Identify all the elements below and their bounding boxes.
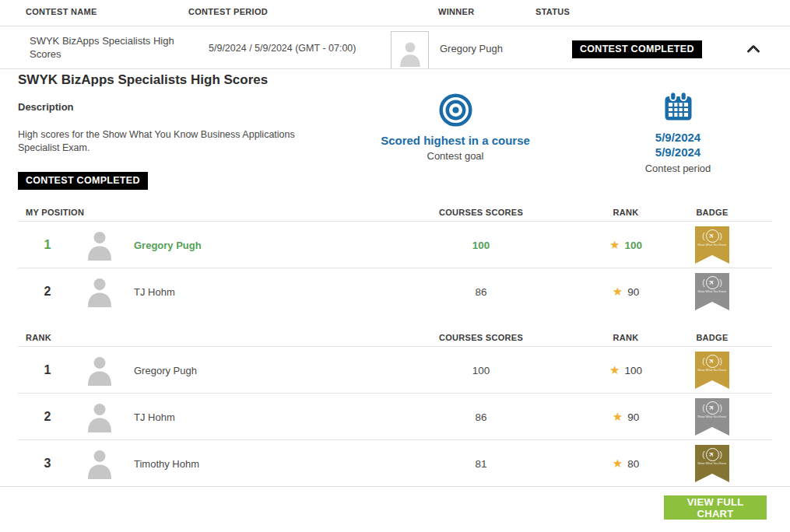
plane-icon: ✈: [707, 357, 717, 366]
period-start: 5/9/2024: [655, 131, 700, 145]
contest-goal: Scored highest in a course Contest goal: [354, 93, 557, 162]
badge-cell: (✈) Show What You Know: [695, 445, 729, 482]
rank-cell: ★80: [582, 457, 669, 471]
user-name: Gregory Pugh: [134, 240, 202, 251]
col-rank: RANK: [582, 208, 669, 217]
badge-caption: Show What You Know: [698, 290, 727, 293]
badge-emblem: (✈): [702, 401, 722, 415]
user-name: Gregory Pugh: [134, 365, 197, 376]
col-rank: RANK: [582, 333, 669, 342]
col-contest-period: CONTEST PERIOD: [188, 7, 268, 16]
star-icon: ★: [613, 457, 623, 470]
col-status: STATUS: [535, 7, 570, 16]
contest-period: 5/9/2024 / 5/9/2024 (GMT - 07:00): [209, 43, 356, 54]
table-row[interactable]: 2 TJ Hohm 86 ★90 (✈) Show What You Know: [0, 394, 790, 440]
badge-caption: Show What You Know: [698, 462, 727, 465]
winner-avatar: [391, 31, 429, 69]
rank-value: 90: [627, 286, 639, 298]
goal-text: Scored highest in a course: [381, 134, 530, 147]
calendar-icon: [662, 90, 695, 124]
divider: [0, 486, 790, 487]
user-name: TJ Hohm: [134, 411, 175, 423]
courses-score: 86: [423, 286, 539, 298]
view-full-chart-button[interactable]: VIEW FULL CHART: [664, 495, 767, 520]
plane-icon: ✈: [707, 450, 717, 460]
badge-emblem: (✈): [702, 448, 722, 461]
badge-ribbon: (✈) Show What You Know: [695, 352, 729, 389]
col-courses-scores: COURSES SCORES: [423, 333, 539, 342]
badge-cell: (✈) Show What You Know: [695, 226, 729, 264]
user-name: TJ Hohm: [134, 286, 175, 298]
winner-name: Gregory Pugh: [440, 43, 503, 54]
col-my-position: MY POSITION: [26, 208, 84, 217]
divider: [0, 26, 790, 26]
user-avatar: [84, 275, 115, 309]
contest-name: SWYK BizApps Specialists High Scores: [30, 35, 202, 61]
badge-emblem: (✈): [702, 276, 722, 289]
rank-cell: ★90: [582, 285, 669, 299]
rank-cell: ★90: [582, 410, 669, 424]
contest-period-block: 5/9/2024 5/9/2024 Contest period: [620, 90, 736, 174]
user-name: Timothy Hohm: [134, 458, 199, 470]
rank-cell: ★100: [582, 363, 669, 377]
target-icon: [439, 93, 472, 127]
position-value: 3: [18, 457, 77, 471]
star-icon: ★: [613, 285, 623, 298]
col-courses-scores: COURSES SCORES: [423, 208, 539, 217]
courses-score: 81: [423, 458, 539, 470]
rank-value: 100: [624, 365, 642, 376]
divider: [0, 68, 790, 69]
badge-caption: Show What You Know: [698, 415, 727, 418]
badge-ribbon: (✈) Show What You Know: [695, 445, 729, 482]
user-avatar: [84, 400, 115, 434]
badge-emblem: (✈): [702, 229, 722, 243]
star-icon: ★: [609, 363, 620, 376]
star-icon: ★: [613, 410, 623, 423]
rank-cell: ★100: [582, 238, 669, 252]
description-text: High scores for the Show What You Know B…: [18, 128, 331, 156]
rank-value: 80: [627, 458, 639, 470]
table-row[interactable]: 2 TJ Hohm 86 ★90 (✈) Show What You Know: [0, 268, 790, 315]
col-badge: BADGE: [685, 333, 739, 342]
col-winner: WINNER: [438, 7, 474, 16]
plane-icon: ✈: [707, 278, 717, 288]
badge-ribbon: (✈) Show What You Know: [695, 273, 729, 310]
status-badge: CONTEST COMPLETED: [572, 40, 702, 58]
col-badge: BADGE: [685, 208, 739, 217]
period-end: 5/9/2024: [655, 145, 700, 159]
badge-caption: Show What You Know: [698, 243, 727, 247]
badge-cell: (✈) Show What You Know: [695, 398, 729, 436]
badge-ribbon: (✈) Show What You Know: [695, 398, 729, 436]
page-title: SWYK BizApps Specialists High Scores: [18, 72, 268, 88]
plane-icon: ✈: [707, 404, 717, 413]
position-value: 2: [18, 285, 77, 299]
position-value: 1: [18, 363, 77, 377]
badge-cell: (✈) Show What You Know: [695, 273, 729, 310]
table-row[interactable]: 1 Gregory Pugh 100 ★100 (✈) Show What Yo…: [0, 222, 790, 268]
courses-score: 100: [423, 240, 539, 251]
col-rank-position: RANK: [26, 333, 51, 342]
badge-cell: (✈) Show What You Know: [695, 352, 729, 389]
star-icon: ★: [609, 238, 620, 251]
col-contest-name: CONTEST NAME: [26, 7, 97, 16]
position-value: 1: [18, 238, 77, 252]
table-row[interactable]: 3 Timothy Hohm 81 ★80 (✈) Show What You …: [0, 440, 790, 487]
badge-caption: Show What You Know: [698, 369, 727, 372]
rank-value: 90: [627, 411, 639, 423]
courses-score: 100: [423, 365, 539, 376]
rank-value: 100: [624, 240, 642, 251]
user-avatar: [84, 446, 115, 481]
period-caption: Contest period: [645, 163, 711, 174]
courses-score: 86: [423, 411, 539, 423]
badge-emblem: (✈): [702, 355, 722, 368]
description-label: Description: [18, 101, 74, 113]
table-row[interactable]: 1 Gregory Pugh 100 ★100 (✈) Show What Yo…: [0, 347, 790, 394]
goal-caption: Contest goal: [427, 150, 484, 162]
position-value: 2: [18, 410, 77, 424]
badge-ribbon: (✈) Show What You Know: [695, 226, 729, 264]
chevron-up-icon[interactable]: [744, 40, 763, 58]
status-badge: CONTEST COMPLETED: [18, 172, 148, 190]
user-avatar: [84, 353, 115, 387]
plane-icon: ✈: [707, 232, 717, 241]
user-avatar: [84, 228, 115, 262]
